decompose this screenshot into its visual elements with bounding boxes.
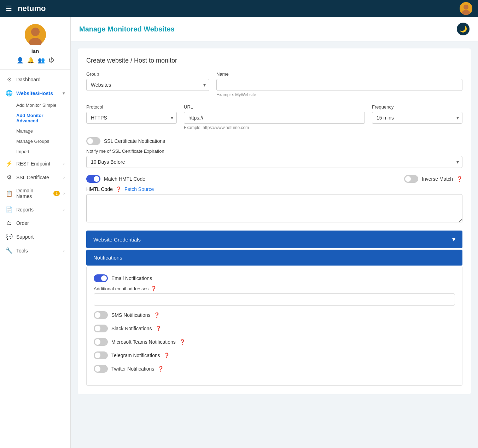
chevron-right-icon: › bbox=[63, 175, 65, 180]
twitter-notifications-item: Twitter Notifications ❓ bbox=[94, 365, 455, 373]
telegram-help-icon[interactable]: ❓ bbox=[164, 353, 170, 358]
dashboard-icon: ⊙ bbox=[6, 76, 13, 83]
tools-icon: 🔧 bbox=[6, 247, 13, 254]
inverse-match-help-icon[interactable]: ❓ bbox=[456, 176, 462, 182]
sidebar-item-label: REST Endpoint bbox=[16, 161, 50, 167]
sidebar-item-support[interactable]: 💬 Support bbox=[0, 230, 70, 244]
sidebar-item-label: Websites/Hosts bbox=[16, 91, 53, 96]
sidebar-username: Ian bbox=[31, 48, 39, 54]
twitter-help-icon[interactable]: ❓ bbox=[158, 366, 164, 372]
frequency-select[interactable]: 1 min 5 mins 10 mins 15 mins 30 mins 60 … bbox=[372, 112, 462, 124]
notifications-icon[interactable]: 🔔 bbox=[27, 57, 34, 64]
hmtl-code-textarea[interactable] bbox=[86, 194, 462, 222]
sidebar-item-label: Reports bbox=[16, 207, 34, 213]
sms-toggle-row: SMS Notifications ❓ bbox=[94, 311, 455, 319]
teams-notifications-item: Microsoft Teams Notifications ❓ bbox=[94, 338, 455, 346]
notifications-header[interactable]: Notifications bbox=[86, 250, 462, 266]
teams-notifications-label: Microsoft Teams Notifications bbox=[111, 339, 176, 345]
sidebar-subitem-manage-groups[interactable]: Manage Groups bbox=[0, 136, 70, 146]
reports-icon: 📄 bbox=[6, 206, 13, 213]
sidebar-user-actions: 👤 🔔 👥 ⏻ bbox=[17, 57, 54, 64]
telegram-toggle-row: Telegram Notifications ❓ bbox=[94, 351, 455, 359]
user-avatar[interactable] bbox=[460, 2, 472, 15]
additional-email-input[interactable] bbox=[94, 293, 455, 306]
sidebar-item-dashboard[interactable]: ⊙ Dashboard bbox=[0, 72, 70, 86]
telegram-notifications-toggle[interactable] bbox=[94, 351, 108, 359]
additional-email-help-icon[interactable]: ❓ bbox=[151, 286, 157, 291]
frequency-label: Frequency bbox=[372, 104, 462, 110]
protocol-url-freq-row: Protocol HTTPS HTTP TCP ICMP URL bbox=[86, 104, 462, 130]
fetch-source-link[interactable]: Fetch Source bbox=[124, 186, 154, 192]
url-input[interactable] bbox=[184, 112, 365, 124]
inverse-match-toggle[interactable] bbox=[404, 175, 418, 183]
power-icon[interactable]: ⏻ bbox=[48, 57, 54, 64]
teams-help-icon[interactable]: ❓ bbox=[179, 339, 185, 345]
sidebar-subitem-add-monitor-simple[interactable]: Add Monitor Simple bbox=[0, 100, 70, 110]
sidebar-item-order[interactable]: 🗂 Order bbox=[0, 216, 70, 230]
protocol-field: Protocol HTTPS HTTP TCP ICMP bbox=[86, 104, 177, 130]
svg-point-1 bbox=[464, 5, 468, 10]
sidebar-subitem-import[interactable]: Import bbox=[0, 146, 70, 157]
ssl-toggle-label: SSL Certificate Notifications bbox=[104, 138, 165, 144]
sidebar-subitem-add-monitor-advanced[interactable]: Add Monitor Advanced bbox=[0, 110, 70, 126]
page-title: Manage Monitored Websites bbox=[79, 25, 175, 33]
slack-help-icon[interactable]: ❓ bbox=[155, 326, 161, 331]
slack-notifications-toggle[interactable] bbox=[94, 325, 108, 332]
chevron-right-icon: › bbox=[63, 191, 65, 196]
telegram-notifications-label: Telegram Notifications bbox=[111, 353, 160, 358]
email-notifications-toggle[interactable] bbox=[94, 274, 108, 282]
websites-icon: 🌐 bbox=[6, 90, 13, 97]
sidebar-item-websites-hosts[interactable]: 🌐 Websites/Hosts ▾ bbox=[0, 86, 70, 100]
sidebar-profile: Ian 👤 🔔 👥 ⏻ bbox=[0, 17, 70, 70]
ssl-toggle[interactable] bbox=[86, 137, 100, 145]
svg-point-4 bbox=[31, 28, 40, 36]
profile-icon[interactable]: 👤 bbox=[17, 57, 24, 64]
website-credentials-header[interactable]: Website Credentials ▾ bbox=[86, 231, 462, 248]
sidebar: Ian 👤 🔔 👥 ⏻ ⊙ Dashboard 🌐 Websites/Hosts… bbox=[0, 17, 71, 448]
protocol-label: Protocol bbox=[86, 104, 177, 110]
support-icon: 💬 bbox=[6, 233, 13, 240]
additional-email-field: Additional email addresses ❓ bbox=[94, 286, 455, 306]
protocol-select[interactable]: HTTPS HTTP TCP ICMP bbox=[86, 112, 177, 124]
ssl-icon: ⚙ bbox=[6, 174, 13, 181]
sidebar-navigation: ⊙ Dashboard 🌐 Websites/Hosts ▾ Add Monit… bbox=[0, 70, 70, 260]
sms-help-icon[interactable]: ❓ bbox=[154, 312, 160, 318]
match-html-toggle[interactable] bbox=[86, 175, 100, 183]
twitter-notifications-toggle[interactable] bbox=[94, 365, 108, 373]
sidebar-item-domain-names[interactable]: 📋 Domain Names 1 › bbox=[0, 184, 70, 203]
sidebar-item-rest-endpoint[interactable]: ⚡ REST Endpoint › bbox=[0, 157, 70, 170]
sidebar-item-ssl-certificate[interactable]: ⚙ SSL Certificate › bbox=[0, 170, 70, 184]
sidebar-item-label: Domain Names bbox=[16, 188, 48, 199]
name-field: Name Example: MyWebsite bbox=[216, 71, 462, 97]
sidebar-subitem-manage[interactable]: Manage bbox=[0, 126, 70, 136]
teams-notifications-toggle[interactable] bbox=[94, 338, 108, 346]
name-input[interactable] bbox=[216, 79, 462, 91]
group-name-row: Group Websites Default Name Example: MyW… bbox=[86, 71, 462, 97]
match-html-label: Match HMTL Code bbox=[104, 176, 145, 182]
sidebar-item-label: Tools bbox=[16, 248, 28, 254]
sidebar-item-tools[interactable]: 🔧 Tools › bbox=[0, 244, 70, 257]
email-toggle-row: Email Notifications bbox=[94, 274, 455, 282]
hmtl-code-label: HMTL Code bbox=[86, 186, 113, 192]
top-navigation: ☰ netumo bbox=[0, 0, 478, 17]
telegram-notifications-item: Telegram Notifications ❓ bbox=[94, 351, 455, 359]
sms-notifications-toggle[interactable] bbox=[94, 311, 108, 319]
sidebar-item-reports[interactable]: 📄 Reports › bbox=[0, 203, 70, 216]
dark-mode-button[interactable]: 🌙 bbox=[457, 23, 470, 35]
create-monitor-form: Create website / Host to monitor Group W… bbox=[78, 48, 471, 394]
rest-icon: ⚡ bbox=[6, 160, 13, 167]
slack-notifications-label: Slack Notifications bbox=[111, 326, 152, 331]
hamburger-menu[interactable]: ☰ bbox=[6, 4, 12, 13]
domain-icon: 📋 bbox=[6, 190, 13, 197]
team-icon[interactable]: 👥 bbox=[38, 57, 45, 64]
sidebar-item-label: Dashboard bbox=[16, 77, 41, 82]
inverse-match-label: Inverse Match bbox=[422, 176, 453, 182]
group-select[interactable]: Websites Default bbox=[86, 79, 209, 91]
hmtl-code-help-icon[interactable]: ❓ bbox=[116, 186, 122, 192]
ssl-expiry-select[interactable]: 10 Days Before 20 Days Before 30 Days Be… bbox=[86, 156, 462, 168]
chevron-right-icon: › bbox=[63, 161, 65, 166]
chevron-right-icon: › bbox=[63, 248, 65, 253]
twitter-toggle-row: Twitter Notifications ❓ bbox=[94, 365, 455, 373]
url-hint: Example: https://www.netumo.com bbox=[184, 125, 365, 130]
email-notifications-label: Email Notifications bbox=[111, 275, 152, 281]
